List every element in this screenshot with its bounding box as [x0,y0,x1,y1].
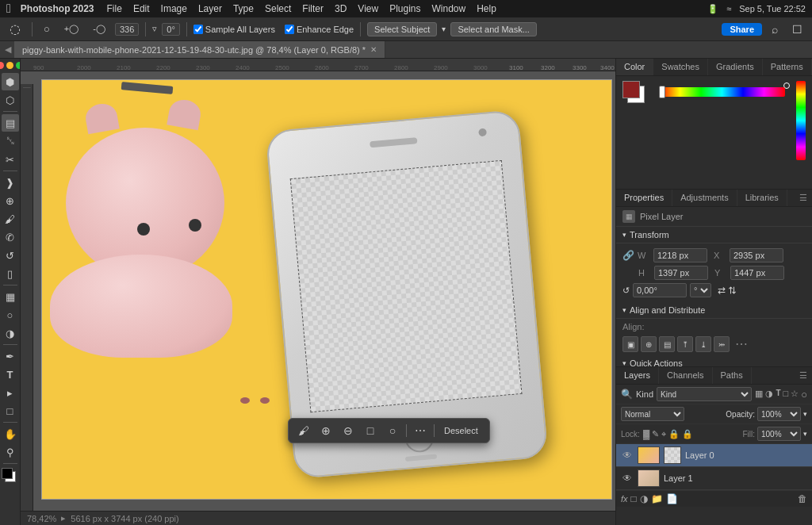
paths-tab[interactable]: Paths [713,367,752,384]
menu-layer[interactable]: Layer [198,3,222,14]
libraries-tab[interactable]: Libraries [737,190,787,206]
float-more-btn[interactable]: ⋯ [412,422,429,439]
fill-dropdown-icon[interactable]: ▾ [803,430,807,438]
fx-button[interactable]: fx [621,494,628,504]
filter-toggle-icon[interactable]: ○ [801,389,807,400]
deselect-button[interactable]: Deselect [439,424,483,437]
photoshop-canvas[interactable]: 🖌 ⊕ ⊖ □ ○ ⋯ Deselect [33,71,615,511]
rotate-input[interactable] [633,283,687,297]
y-input[interactable] [730,266,784,280]
rotate-unit-select[interactable]: ° [690,283,711,297]
select-subject-button[interactable]: Select Subject [367,22,437,36]
float-refine-btn[interactable]: ○ [384,422,401,439]
image-canvas[interactable]: 🖌 ⊕ ⊖ □ ○ ⋯ Deselect [41,79,612,500]
float-brush-btn[interactable]: 🖌 [295,422,312,439]
history-brush-tool[interactable]: ↺ [2,247,19,264]
add-to-selection-btn[interactable]: +◯ [59,21,83,38]
menu-plugins[interactable]: Plugins [389,3,420,14]
layer-item-1[interactable]: 👁 Layer 1 [616,467,812,490]
hand-tool[interactable]: ✋ [2,425,19,443]
menu-select[interactable]: Select [265,3,291,14]
filter-type-icon[interactable]: T [776,389,780,400]
sample-all-layers-check[interactable]: Sample All Layers [193,25,275,34]
pen-tool[interactable]: ✒ [2,347,19,365]
close-icon-tab[interactable]: ◀ [5,44,11,55]
color-swatches[interactable] [622,81,648,106]
menu-edit[interactable]: Edit [133,3,150,14]
blend-mode-select[interactable]: Normal [621,407,684,421]
x-input[interactable] [730,248,783,262]
healing-brush-tool[interactable]: ⊕ [2,192,19,209]
minimize-window-btn[interactable] [6,62,13,69]
link-chain-icon[interactable]: 🔗 [622,250,634,261]
menu-filter[interactable]: Filter [302,3,324,14]
fill-select[interactable]: 100% [757,427,801,441]
layers-panel-options-icon[interactable]: ☰ [795,367,812,384]
menu-window[interactable]: Window [432,3,466,14]
lock-artboard-icon[interactable]: ⌖ [661,429,666,439]
close-document-icon[interactable]: ✕ [370,45,377,54]
float-subtract-btn[interactable]: ⊖ [339,422,357,439]
layer-1-visibility-icon[interactable]: 👁 [621,473,634,484]
align-left-btn[interactable]: ▣ [622,336,638,352]
filter-smart-icon[interactable]: ☆ [791,389,799,400]
opacity-select[interactable]: 100% [757,407,801,421]
properties-tab[interactable]: Properties [616,190,672,206]
select-subject-dropdown[interactable]: ▾ [442,25,446,33]
eyedropper-tool[interactable]: ❱ [2,174,19,191]
brush-tool[interactable]: 🖌 [2,210,19,228]
move-tool[interactable]: ⬢ [2,73,19,90]
menu-help[interactable]: Help [477,3,496,14]
gradients-tab[interactable]: Gradients [708,59,763,75]
color-strip[interactable] [796,81,806,160]
menu-type[interactable]: Type [233,3,254,14]
tool-selector[interactable]: ◌ [5,21,25,38]
menu-view[interactable]: View [358,3,378,14]
lock-checkerboard-icon[interactable]: ▓ [643,429,649,439]
layer-0-visibility-icon[interactable]: 👁 [621,450,634,461]
transform-header[interactable]: ▾ Transform [616,227,812,243]
brush-tool-btn[interactable]: ○ [39,21,55,38]
align-bottom-btn[interactable]: ⤔ [714,336,730,352]
filter-adjust-icon[interactable]: ◑ [765,389,773,400]
adjustments-tab[interactable]: Adjustments [672,190,737,206]
width-input[interactable] [653,248,707,262]
color-tab[interactable]: Color [616,59,653,75]
slice-tool[interactable]: ✂ [2,151,19,168]
lock-paint-icon[interactable]: ✎ [652,429,659,439]
crop-tool[interactable]: ␖ [2,132,19,150]
channels-tab[interactable]: Channels [659,367,712,384]
align-more-btn[interactable]: ⋯ [732,336,751,352]
adjustment-layer-icon[interactable]: ◑ [640,493,648,504]
eraser-tool[interactable]: ▯ [2,265,19,282]
path-selection-tool[interactable]: ▸ [2,384,19,401]
align-top-btn[interactable]: ⤒ [677,336,693,352]
add-mask-icon[interactable]: □ [631,493,637,504]
lock-position-icon[interactable]: 🔒 [668,429,680,439]
blur-tool[interactable]: ○ [2,306,19,324]
close-window-btn[interactable] [0,62,4,69]
menu-image[interactable]: Image [161,3,187,14]
align-header[interactable]: ▾ Align and Distribute [616,302,812,319]
menu-3d[interactable]: 3D [335,3,347,14]
phone-screen-selection[interactable] [290,160,523,412]
sample-all-layers-checkbox[interactable] [193,25,203,34]
filter-shape-icon[interactable]: □ [783,389,788,400]
foreground-swatch[interactable] [622,81,640,98]
height-input[interactable] [654,266,708,280]
enhance-edge-checkbox[interactable] [285,25,294,34]
layer-item-0[interactable]: 👁 Layer 0 [616,444,812,467]
apple-menu[interactable]:  [6,2,11,16]
type-tool[interactable]: T [2,366,19,383]
opacity-dropdown-icon[interactable]: ▾ [803,410,807,418]
new-layer-icon[interactable]: 📄 [666,493,678,504]
delete-layer-icon[interactable]: 🗑 [798,493,807,504]
select-mask-button[interactable]: Select and Mask... [450,22,537,36]
search-button[interactable]: ⌕ [767,21,783,38]
swatches-tab[interactable]: Swatches [653,59,708,75]
shape-tool[interactable]: □ [2,402,19,420]
align-center-h-btn[interactable]: ⊕ [641,336,657,352]
quick-actions-header[interactable]: ▾ Quick Actions [616,355,812,366]
zoom-tool[interactable]: ⚲ [2,443,19,461]
fg-bg-colors[interactable] [2,468,19,485]
